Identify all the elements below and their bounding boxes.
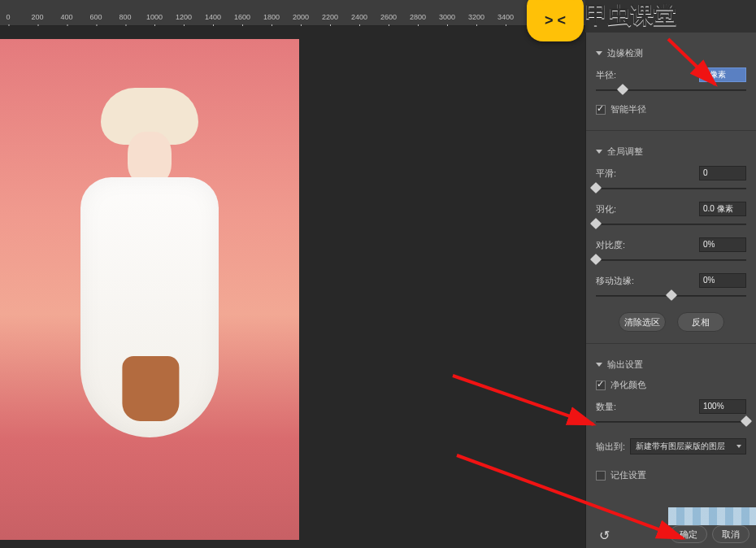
checkbox-icon: [596, 471, 606, 481]
feather-input[interactable]: 0.0 像素: [699, 202, 746, 216]
refine-edge-panel: 边缘检测 半径: 3 像素 智能半径 全局调整 平滑: 0 羽化: 0: [585, 33, 756, 548]
smooth-slider[interactable]: [596, 184, 746, 194]
feather-slider[interactable]: [596, 220, 746, 229]
smooth-label: 平滑:: [596, 167, 699, 180]
section-output: 输出设置 净化颜色 数量: 100% 输出到: 新建带有图层蒙版的图层 记住设置: [586, 344, 756, 496]
checkbox-icon: [596, 105, 606, 115]
amount-input[interactable]: 100%: [699, 399, 746, 414]
chevron-down-icon: [596, 363, 602, 367]
invert-button[interactable]: 反相: [677, 312, 724, 332]
section-header-global[interactable]: 全局调整: [596, 146, 746, 158]
radius-label: 半径:: [596, 69, 699, 81]
amount-label: 数量:: [596, 401, 699, 413]
logo-badge: > <: [527, 0, 584, 41]
amount-slider[interactable]: [596, 417, 746, 427]
checkbox-icon: [596, 381, 606, 390]
section-title: 全局调整: [607, 146, 643, 158]
section-edge-detection: 边缘检测 半径: 3 像素 智能半径: [586, 33, 756, 131]
purify-colors-checkbox[interactable]: 净化颜色: [596, 379, 746, 391]
section-global-adjust: 全局调整 平滑: 0 羽化: 0.0 像素 对比度: 0% 移动边缘: 0%: [586, 131, 756, 344]
contrast-label: 对比度:: [596, 239, 699, 251]
clear-selection-button[interactable]: 清除选区: [619, 312, 666, 332]
cancel-button[interactable]: 取消: [712, 525, 749, 543]
canvas-area[interactable]: [0, 26, 585, 548]
section-title: 输出设置: [607, 359, 643, 371]
contrast-input[interactable]: 0%: [699, 237, 746, 252]
purify-colors-label: 净化颜色: [610, 379, 646, 391]
ruler: 0200400600800100012001400160018002000220…: [0, 0, 585, 26]
shift-edge-input[interactable]: 0%: [699, 273, 746, 288]
section-header-edge[interactable]: 边缘检测: [596, 47, 746, 59]
smooth-input[interactable]: 0: [699, 166, 746, 180]
feather-label: 羽化:: [596, 203, 699, 215]
output-to-select[interactable]: 新建带有图层蒙版的图层: [630, 438, 746, 454]
chevron-down-icon: [596, 150, 602, 154]
chevron-down-icon: [596, 51, 602, 55]
document-image[interactable]: [0, 39, 299, 540]
ok-button[interactable]: 确定: [670, 525, 707, 543]
remember-settings-checkbox[interactable]: 记住设置: [596, 469, 746, 481]
shift-edge-label: 移动边缘:: [596, 275, 699, 287]
smart-radius-label: 智能半径: [610, 103, 646, 115]
radius-slider[interactable]: [596, 85, 746, 95]
remember-settings-label: 记住设置: [610, 469, 646, 481]
figure-silhouette: [68, 88, 231, 527]
shift-edge-slider[interactable]: [596, 291, 746, 301]
blur-patch: [668, 507, 756, 525]
section-title: 边缘检测: [607, 47, 643, 59]
radius-input[interactable]: 3 像素: [699, 67, 746, 82]
smart-radius-checkbox[interactable]: 智能半径: [596, 103, 746, 115]
logo-text: 甲虫课堂: [585, 0, 676, 31]
contrast-slider[interactable]: [596, 255, 746, 265]
section-header-output[interactable]: 输出设置: [596, 359, 746, 371]
output-to-label: 输出到:: [596, 441, 625, 453]
